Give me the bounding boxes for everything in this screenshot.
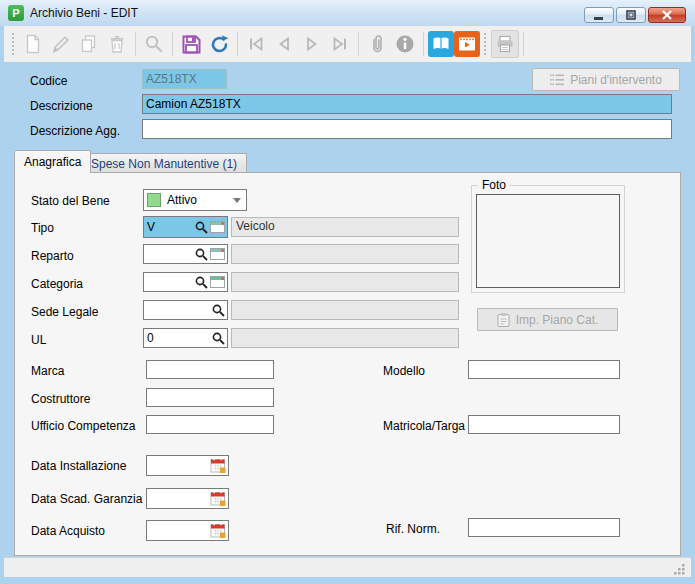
- ufficio-competenza-field[interactable]: [146, 415, 274, 434]
- refresh-button[interactable]: [205, 30, 233, 58]
- categoria-lookup[interactable]: [143, 272, 228, 292]
- ul-desc-field: [231, 328, 459, 348]
- imp-piano-cat-button[interactable]: Imp. Piano Cat.: [477, 308, 618, 331]
- last-record-button[interactable]: [326, 30, 354, 58]
- new-record-button[interactable]: [19, 30, 47, 58]
- previous-record-button[interactable]: [270, 30, 298, 58]
- restore-button[interactable]: [616, 7, 646, 23]
- stato-bene-value: Attivo: [167, 193, 227, 207]
- edit-record-button[interactable]: [47, 30, 75, 58]
- delete-record-icon: [107, 34, 127, 54]
- minimize-button[interactable]: [584, 7, 614, 23]
- tipo-code-input[interactable]: [147, 220, 193, 234]
- reparto-code-input[interactable]: [147, 247, 193, 261]
- marca-label: Marca: [31, 364, 64, 378]
- data-installazione-field[interactable]: [146, 455, 229, 476]
- tab-anagrafica[interactable]: Anagrafica: [14, 150, 91, 173]
- costruttore-label: Costruttore: [31, 392, 90, 406]
- matricola-targa-field[interactable]: [468, 415, 620, 434]
- tipo-label: Tipo: [31, 221, 54, 235]
- toolbar-grip[interactable]: [483, 32, 488, 56]
- categoria-code-input[interactable]: [147, 275, 193, 289]
- foto-frame: [476, 194, 620, 288]
- ul-lookup[interactable]: [143, 328, 228, 348]
- last-record-icon: [331, 35, 349, 53]
- print-icon: [495, 34, 515, 54]
- data-acquisto-input[interactable]: [150, 524, 210, 538]
- stato-bene-select[interactable]: Attivo: [143, 189, 247, 211]
- close-button[interactable]: [648, 7, 686, 23]
- save-button[interactable]: [177, 30, 205, 58]
- modello-label: Modello: [383, 364, 425, 378]
- attachment-button[interactable]: [363, 30, 391, 58]
- video-tutorial-button[interactable]: [454, 31, 480, 57]
- sede-legale-code-input[interactable]: [147, 303, 210, 317]
- data-installazione-input[interactable]: [150, 459, 210, 473]
- piani-intervento-label: Piani d'intervento: [570, 73, 662, 87]
- restore-icon: [626, 10, 636, 20]
- descrizione-field[interactable]: [142, 94, 672, 114]
- tab-spese-non-manutentive[interactable]: Spese Non Manutentive (1): [81, 153, 247, 173]
- calendar-icon[interactable]: [210, 522, 227, 539]
- lookup-search-icon[interactable]: [195, 221, 208, 234]
- lookup-search-icon[interactable]: [195, 276, 208, 289]
- open-form-icon[interactable]: [210, 276, 225, 288]
- status-bar: [4, 557, 691, 577]
- data-installazione-label: Data Installazione: [31, 459, 126, 473]
- open-form-icon[interactable]: [210, 221, 225, 233]
- matricola-targa-label: Matricola/Targa: [383, 419, 465, 433]
- manual-book-icon: [431, 34, 451, 54]
- print-button[interactable]: [491, 30, 519, 58]
- next-record-button[interactable]: [298, 30, 326, 58]
- copy-record-button[interactable]: [75, 30, 103, 58]
- manual-button[interactable]: [428, 31, 454, 57]
- codice-label: Codice: [30, 74, 67, 88]
- imp-piano-cat-label: Imp. Piano Cat.: [516, 313, 599, 327]
- descrizione-agg-field[interactable]: [142, 119, 672, 139]
- save-icon: [181, 34, 202, 55]
- ufficio-competenza-label: Ufficio Competenza: [31, 419, 136, 433]
- first-record-button[interactable]: [242, 30, 270, 58]
- lookup-search-icon[interactable]: [212, 332, 225, 345]
- app-logo-icon: P: [8, 5, 24, 21]
- copy-record-icon: [79, 34, 99, 54]
- info-button[interactable]: [391, 30, 419, 58]
- data-scad-garanzia-field[interactable]: [146, 488, 229, 509]
- reparto-desc-field: [231, 244, 459, 264]
- data-scad-garanzia-input[interactable]: [150, 492, 210, 506]
- resize-grip-icon[interactable]: [674, 564, 685, 575]
- sede-legale-lookup[interactable]: [143, 300, 228, 320]
- close-icon: [662, 10, 672, 20]
- toolbar-grip[interactable]: [11, 32, 16, 56]
- tipo-lookup[interactable]: [143, 216, 228, 238]
- toolbar-separator: [135, 32, 136, 56]
- stato-bene-label: Stato del Bene: [31, 194, 110, 208]
- list-icon: [550, 74, 564, 86]
- toolbar-separator: [172, 32, 173, 56]
- attachment-icon: [367, 34, 387, 54]
- modello-field[interactable]: [468, 360, 620, 379]
- info-icon: [395, 34, 415, 54]
- calendar-icon[interactable]: [210, 490, 227, 507]
- open-form-icon[interactable]: [210, 248, 225, 260]
- video-tutorial-icon: [457, 34, 477, 54]
- marca-field[interactable]: [146, 360, 274, 379]
- data-acquisto-field[interactable]: [146, 520, 229, 541]
- rif-norm-field[interactable]: [468, 518, 620, 537]
- delete-record-button[interactable]: [103, 30, 131, 58]
- tipo-desc-field: Veicolo: [231, 217, 459, 237]
- lookup-search-icon[interactable]: [212, 304, 225, 317]
- chevron-down-icon[interactable]: [233, 198, 241, 203]
- reparto-lookup[interactable]: [143, 244, 228, 264]
- search-button[interactable]: [140, 30, 168, 58]
- piani-intervento-button[interactable]: Piani d'intervento: [532, 68, 680, 91]
- app-window: P Archivio Beni - EDIT: [0, 0, 695, 584]
- lookup-search-icon[interactable]: [195, 248, 208, 261]
- costruttore-field[interactable]: [146, 388, 274, 407]
- ul-code-input[interactable]: [147, 331, 210, 345]
- tab-spese-label: Spese Non Manutentive (1): [91, 157, 237, 171]
- calendar-icon[interactable]: [210, 457, 227, 474]
- titlebar[interactable]: P Archivio Beni - EDIT: [0, 0, 695, 26]
- codice-field: [142, 69, 227, 89]
- rif-norm-label: Rif. Norm.: [386, 522, 440, 536]
